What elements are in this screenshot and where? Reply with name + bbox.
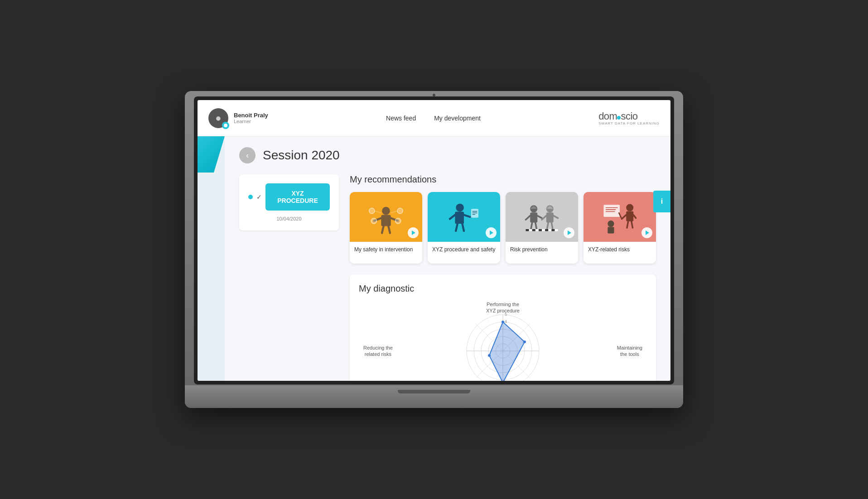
radar-chart: 5 4 (458, 306, 548, 381)
card-image-3 (506, 192, 578, 242)
user-name: Benoit Praly (234, 112, 268, 119)
session-title: Session 2020 (263, 148, 340, 163)
avatar: ● (208, 108, 228, 128)
svg-rect-23 (530, 212, 537, 222)
radar-container: Performing theXYZ procedure Maintainingt… (359, 301, 647, 381)
card-label-4: XYZ-related risks (583, 242, 656, 264)
logo: domscio SMART DATA FOR LEARNING (598, 110, 660, 125)
svg-point-47 (608, 221, 614, 227)
procedure-illustration (444, 199, 484, 235)
play-icon-3 (568, 230, 571, 235)
right-panel: My recommendations (350, 174, 656, 381)
radar-label-top: Performing theXYZ procedure (486, 301, 520, 314)
svg-line-14 (450, 215, 455, 219)
play-button-3[interactable] (564, 227, 574, 238)
svg-rect-29 (546, 212, 554, 222)
svg-line-40 (627, 221, 628, 228)
header: ● Benoit Praly Learner News feed My dev (198, 100, 670, 136)
diagnostic-title: My diagnostic (359, 283, 647, 294)
logo-text: domscio (598, 110, 637, 122)
header-left: ● Benoit Praly Learner (208, 108, 268, 128)
left-panel: ✓ XYZPROCEDURE 10/04/2020 (239, 174, 339, 230)
card-image-4 (583, 192, 656, 242)
svg-line-5 (388, 226, 390, 233)
xyz-risks-illustration (599, 199, 640, 235)
safety-illustration (366, 199, 406, 235)
recommendation-card-1[interactable]: My safety in intervention (350, 192, 422, 264)
card-image-1 (350, 192, 422, 242)
radar-label-left: Reducing therelated risks (363, 345, 393, 358)
risk-illustration (521, 199, 562, 235)
user-role: Learner (234, 119, 268, 124)
svg-line-16 (456, 224, 458, 231)
check-icon: ✓ (256, 193, 262, 201)
procedure-date: 10/04/2020 (276, 216, 301, 221)
svg-point-8 (369, 208, 375, 213)
procedure-dot (248, 195, 253, 199)
svg-line-39 (633, 215, 636, 218)
svg-point-12 (456, 204, 464, 212)
info-button[interactable]: i (653, 191, 670, 212)
svg-point-6 (371, 218, 376, 224)
svg-rect-1 (381, 215, 391, 226)
svg-point-61 (502, 321, 504, 323)
user-info: Benoit Praly Learner (234, 112, 268, 124)
svg-point-9 (397, 208, 403, 213)
nav-news-feed[interactable]: News feed (386, 113, 416, 124)
svg-line-4 (382, 226, 384, 233)
recommendations-title: My recommendations (350, 174, 656, 185)
svg-line-25 (537, 216, 542, 218)
info-icon: i (661, 197, 663, 206)
recommendation-card-4[interactable]: XYZ-related risks (583, 192, 656, 264)
svg-rect-18 (471, 209, 478, 218)
play-icon-1 (412, 230, 415, 235)
main-area: ‹ Session 2020 ✓ XYZPROCEDUR (198, 136, 670, 381)
svg-point-62 (523, 341, 526, 343)
user-icon: ● (215, 112, 221, 124)
svg-line-10 (375, 211, 381, 213)
back-icon: ‹ (246, 151, 249, 160)
svg-rect-42 (603, 205, 620, 217)
svg-line-11 (391, 211, 397, 213)
svg-point-36 (626, 204, 633, 211)
svg-rect-13 (455, 211, 464, 224)
svg-line-32 (547, 222, 549, 229)
svg-line-38 (622, 215, 626, 219)
svg-line-33 (551, 222, 553, 229)
radar-label-right: Maintainingthe tools (617, 345, 642, 358)
procedure-item: ✓ XYZPROCEDURE (248, 183, 330, 211)
sidebar-accent (198, 136, 225, 173)
svg-line-24 (526, 216, 530, 220)
card-label-2: XYZ procedure and safety (428, 242, 500, 264)
content-area: ‹ Session 2020 ✓ XYZPROCEDUR (225, 136, 670, 381)
svg-line-26 (531, 222, 532, 229)
svg-text:4: 4 (505, 319, 507, 324)
back-button[interactable]: ‹ (239, 147, 256, 163)
play-button-1[interactable] (408, 227, 419, 238)
recommendation-card-3[interactable]: Risk prevention (506, 192, 578, 264)
play-button-4[interactable] (641, 227, 652, 238)
logo-subtitle: SMART DATA FOR LEARNING (598, 121, 660, 125)
svg-line-27 (535, 222, 537, 229)
card-label-1: My safety in intervention (350, 242, 422, 264)
svg-rect-48 (608, 227, 614, 233)
card-image-2 (428, 192, 500, 242)
sidebar (198, 136, 225, 381)
svg-rect-37 (626, 211, 633, 221)
recommendations-section: My recommendations (350, 174, 656, 264)
play-button-2[interactable] (486, 227, 497, 238)
card-label-3: Risk prevention (506, 242, 578, 264)
procedure-button[interactable]: XYZPROCEDURE (265, 183, 330, 211)
logo-dot (617, 116, 621, 120)
nav-my-development[interactable]: My development (434, 113, 481, 124)
svg-point-64 (488, 354, 491, 357)
play-icon-4 (646, 230, 649, 235)
recommendation-card-2[interactable]: XYZ procedure and safety (428, 192, 500, 264)
svg-line-15 (464, 215, 470, 217)
svg-line-17 (462, 224, 464, 231)
svg-line-41 (632, 221, 633, 228)
main-nav: News feed My development (268, 113, 598, 124)
session-header: ‹ Session 2020 (239, 147, 656, 163)
avatar-badge (222, 122, 229, 129)
svg-line-31 (554, 216, 558, 218)
